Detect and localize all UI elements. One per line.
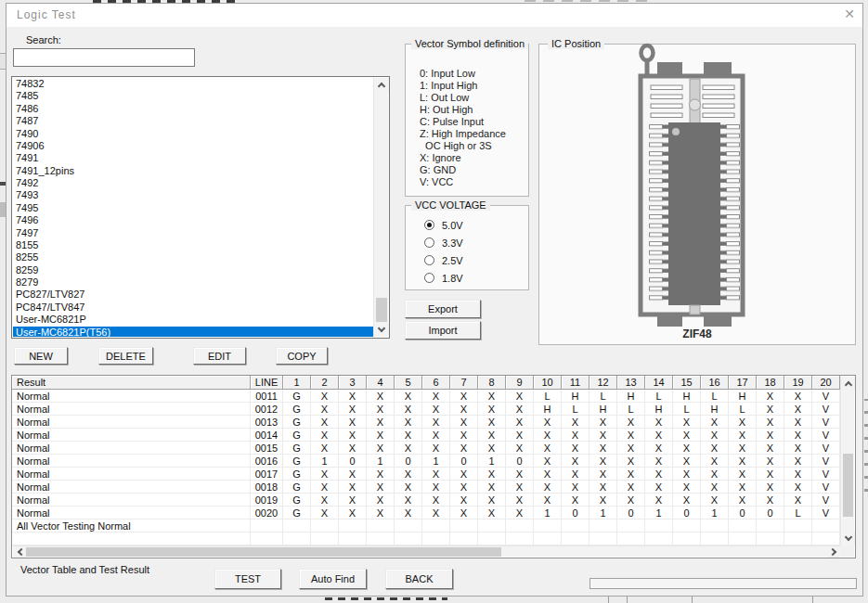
list-item[interactable]: PC827/LTV827	[13, 289, 373, 301]
value-cell: 1	[478, 455, 506, 468]
value-cell	[506, 520, 534, 532]
table-hscrollbar[interactable]	[13, 545, 840, 557]
background-fragment	[325, 597, 447, 600]
list-item[interactable]: 8155	[13, 239, 373, 251]
column-header-8[interactable]: 8	[478, 376, 506, 390]
table-summary-row[interactable]: All Vector Testing Normal	[12, 520, 840, 532]
column-header-4[interactable]: 4	[367, 376, 395, 390]
value-cell: X	[339, 429, 367, 442]
list-item[interactable]: 8255	[13, 251, 373, 263]
copy-button[interactable]: COPY	[276, 347, 328, 365]
column-header-17[interactable]: 17	[729, 376, 757, 390]
column-header-10[interactable]: 10	[534, 376, 562, 390]
column-header-18[interactable]: 18	[757, 376, 784, 390]
column-header-12[interactable]: 12	[589, 376, 617, 390]
table-empty-row[interactable]	[12, 532, 840, 545]
column-header-7[interactable]: 7	[450, 376, 478, 390]
table-row[interactable]: Normal0012GXXXXXXXXHLHLHLHLXXV	[12, 403, 840, 416]
table-row[interactable]: Normal0013GXXXXXXXXXXXXXXXXXXV	[12, 416, 840, 429]
column-header-20[interactable]: 20	[812, 376, 840, 390]
column-header-result[interactable]: Result	[12, 376, 251, 390]
list-item[interactable]: 7492	[13, 177, 373, 189]
column-header-1[interactable]: 1	[283, 376, 311, 390]
table-row[interactable]: Normal0016G10101010XXXXXXXXXXV	[12, 455, 840, 468]
list-item[interactable]: 7486	[13, 103, 373, 115]
table-row[interactable]: Normal0011GXXXXXXXXLHLHLHLHXXV	[12, 390, 840, 403]
back-button[interactable]: BACK	[385, 569, 453, 589]
value-cell: 0	[395, 455, 422, 468]
value-cell: 1	[311, 455, 339, 468]
list-item[interactable]: 7490	[13, 128, 373, 140]
list-item[interactable]: 7495	[13, 202, 373, 214]
auto-find-button[interactable]: Auto Find	[299, 569, 367, 589]
list-item[interactable]: 7487	[13, 115, 373, 127]
table-row[interactable]: Normal0020GXXXXXXXX101010100LV	[12, 507, 840, 520]
export-button[interactable]: Export	[405, 300, 481, 318]
list-scrollbar[interactable]	[373, 78, 388, 337]
scroll-left-icon[interactable]	[13, 546, 26, 558]
table-row[interactable]: Normal0014GXXXXXXXXXXXXXXXXXXV	[12, 429, 840, 442]
list-item[interactable]: 7491_12pins	[13, 165, 373, 177]
scroll-down-icon[interactable]	[374, 323, 389, 337]
edit-button[interactable]: EDIT	[193, 347, 246, 365]
value-cell: X	[395, 507, 422, 520]
close-icon[interactable]: ✕	[838, 4, 861, 24]
list-item[interactable]: 74832	[13, 78, 373, 90]
list-item[interactable]: User-MC6821P	[13, 314, 373, 326]
table-row[interactable]: Normal0018GXXXXXXXXXXXXXXXXXXV	[12, 481, 840, 494]
table-vscrollbar[interactable]	[840, 377, 854, 545]
table-row[interactable]: Normal0015GXXXXXXXXXXXXXXXXXXV	[12, 442, 840, 455]
vcc-option-5.0V[interactable]: 5.0V	[424, 216, 463, 234]
column-header-11[interactable]: 11	[562, 376, 589, 390]
test-button[interactable]: TEST	[214, 569, 281, 589]
value-cell: X	[367, 481, 395, 494]
column-header-15[interactable]: 15	[673, 376, 701, 390]
column-header-14[interactable]: 14	[645, 376, 673, 390]
value-cell: X	[450, 494, 478, 507]
list-item[interactable]: 7485	[13, 90, 373, 102]
list-item[interactable]: 8259	[13, 264, 373, 276]
table-vscrollbar-thumb[interactable]	[843, 454, 853, 517]
list-item[interactable]: 7493	[13, 189, 373, 201]
value-cell: X	[339, 442, 367, 455]
delete-button[interactable]: DELETE	[98, 347, 153, 365]
list-item[interactable]: 7496	[13, 214, 373, 226]
value-cell: G	[283, 416, 311, 429]
list-item[interactable]: 74906	[13, 140, 373, 152]
search-input[interactable]	[13, 48, 195, 67]
scroll-down-icon[interactable]	[841, 532, 855, 545]
list-item[interactable]: PC847/LTV847	[13, 302, 373, 314]
column-header-16[interactable]: 16	[701, 376, 729, 390]
radio-icon[interactable]	[424, 237, 434, 248]
column-header-6[interactable]: 6	[422, 376, 450, 390]
table-row[interactable]: Normal0017GXXXXXXXXXXXXXXXXXXV	[12, 468, 840, 481]
radio-icon[interactable]	[424, 220, 434, 230]
list-item[interactable]: 8279	[13, 276, 373, 289]
list-item[interactable]: User-MC6821P(T56)	[13, 327, 373, 338]
table-hscrollbar-thumb[interactable]	[26, 547, 501, 557]
title-bar[interactable]	[6, 4, 862, 27]
vcc-option-2.5V[interactable]: 2.5V	[424, 251, 463, 269]
list-item[interactable]: 7497	[13, 227, 373, 239]
column-header-19[interactable]: 19	[784, 376, 812, 390]
column-header-13[interactable]: 13	[617, 376, 645, 390]
scroll-right-icon[interactable]	[827, 546, 840, 558]
column-header-line[interactable]: LINE	[251, 376, 283, 390]
import-button[interactable]: Import	[405, 321, 481, 340]
new-button[interactable]: NEW	[14, 347, 68, 365]
column-header-9[interactable]: 9	[506, 376, 534, 390]
table-row[interactable]: Normal0019GXXXXXXXXXXXXXXXXXXV	[12, 494, 840, 507]
list-scrollbar-thumb[interactable]	[376, 298, 387, 322]
scroll-up-icon[interactable]	[374, 78, 389, 92]
value-cell: H	[729, 390, 757, 403]
radio-icon[interactable]	[424, 255, 434, 265]
column-header-2[interactable]: 2	[311, 376, 339, 390]
vcc-option-3.3V[interactable]: 3.3V	[424, 234, 463, 251]
radio-icon[interactable]	[424, 273, 434, 283]
column-header-3[interactable]: 3	[339, 376, 367, 390]
vcc-option-1.8V[interactable]: 1.8V	[424, 269, 463, 287]
value-cell: X	[478, 429, 506, 442]
scroll-up-icon[interactable]	[841, 377, 855, 391]
list-item[interactable]: 7491	[13, 152, 373, 164]
column-header-5[interactable]: 5	[395, 376, 422, 390]
